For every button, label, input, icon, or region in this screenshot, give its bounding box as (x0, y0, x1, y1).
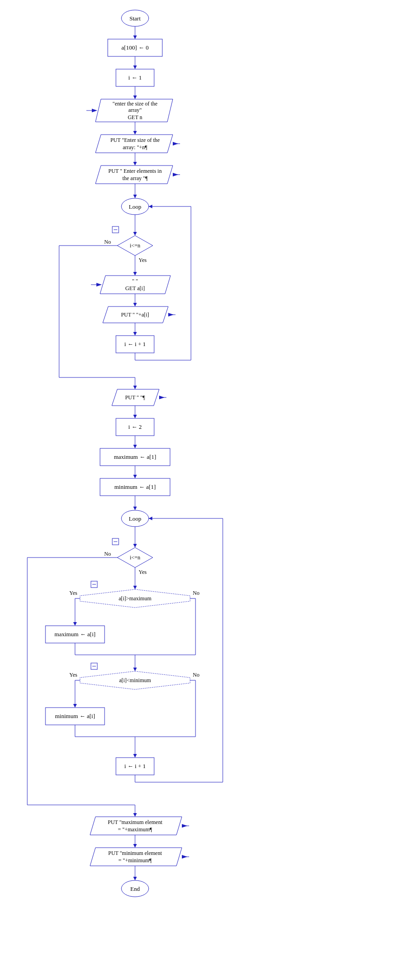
svg-marker-41 (133, 303, 137, 307)
svg-text:a[i]<minimum: a[i]<minimum (119, 677, 151, 683)
svg-marker-85 (73, 704, 77, 708)
svg-marker-1 (133, 35, 137, 39)
svg-text:PUT " "¶: PUT " "¶ (125, 394, 145, 401)
svg-text:a[i]>maximum: a[i]>maximum (119, 595, 152, 602)
svg-text:Loop: Loop (129, 203, 141, 210)
svg-text:No: No (104, 551, 111, 557)
svg-text:i ← 1: i ← 1 (128, 74, 142, 81)
svg-text:maximum ← a[i]: maximum ← a[i] (55, 631, 95, 638)
svg-marker-49 (133, 386, 137, 389)
svg-text:minimum ← a[i]: minimum ← a[i] (55, 713, 95, 719)
svg-marker-60 (133, 475, 137, 478)
svg-text:PUT "  Enter  elements in: PUT " Enter elements in (108, 168, 161, 174)
svg-marker-97 (133, 844, 137, 848)
svg-marker-63 (133, 507, 137, 510)
svg-text:PUT "minimum element: PUT "minimum element (108, 850, 162, 856)
svg-text:Yes: Yes (139, 257, 147, 263)
svg-marker-77 (73, 622, 77, 626)
svg-marker-26 (133, 195, 137, 198)
svg-text:array": array" (128, 107, 142, 113)
svg-marker-35 (133, 272, 137, 276)
svg-marker-80 (133, 668, 137, 671)
svg-text:i<=n: i<=n (130, 554, 140, 561)
svg-text:PUT "  "+a[i]: PUT " "+a[i] (121, 312, 149, 318)
svg-text:=  "+maximum¶: = "+maximum¶ (118, 826, 152, 833)
svg-marker-14 (133, 131, 137, 135)
svg-text:No: No (193, 590, 200, 596)
svg-text:maximum ← a[1]: maximum ← a[1] (114, 453, 156, 460)
svg-text:= "+minimum¶: = "+minimum¶ (118, 857, 152, 864)
svg-text:i ← 2: i ← 2 (128, 423, 142, 430)
svg-text:i<=n: i<=n (130, 242, 140, 249)
svg-text:PUT "Enter size of the: PUT "Enter size of the (110, 137, 160, 143)
svg-text:Yes: Yes (139, 569, 147, 575)
svg-marker-46 (133, 332, 137, 336)
svg-marker-90 (149, 517, 152, 520)
flowchart: Start a[100] ← 0 i ← 1 "enter the size o… (0, 0, 396, 980)
svg-marker-7 (133, 95, 137, 99)
svg-text:array: "+n¶: array: "+n¶ (123, 144, 148, 151)
svg-text:End: End (130, 885, 140, 892)
svg-text:a[100] ← 0: a[100] ← 0 (121, 44, 149, 51)
svg-text:"enter the size of the: "enter the size of the (113, 101, 158, 107)
svg-marker-88 (133, 754, 137, 758)
svg-text:GET n: GET n (128, 114, 142, 121)
svg-text:No: No (193, 672, 200, 678)
svg-marker-103 (133, 877, 137, 880)
svg-marker-48 (149, 205, 152, 208)
svg-text:minimum ← a[1]: minimum ← a[1] (115, 483, 156, 490)
svg-text:i ← i + 1: i ← i + 1 (124, 763, 145, 769)
svg-marker-57 (133, 445, 137, 448)
svg-marker-20 (133, 162, 137, 166)
svg-marker-72 (133, 586, 137, 589)
svg-text:Yes: Yes (70, 590, 78, 596)
svg-text:No: No (104, 239, 111, 245)
svg-marker-4 (133, 65, 137, 69)
svg-text:Yes: Yes (70, 672, 78, 678)
svg-marker-66 (133, 544, 137, 548)
svg-marker-91 (133, 813, 137, 817)
svg-text:GET a[i]: GET a[i] (125, 285, 145, 291)
svg-text:Loop: Loop (129, 515, 141, 522)
svg-text:i ← i + 1: i ← i + 1 (124, 341, 145, 347)
svg-marker-29 (133, 232, 137, 236)
svg-text:PUT "maximum element: PUT "maximum element (108, 819, 163, 825)
svg-text:" ": " " (132, 278, 138, 284)
svg-text:the array "¶: the array "¶ (122, 175, 148, 181)
start-label: Start (130, 15, 141, 22)
svg-marker-54 (133, 415, 137, 418)
